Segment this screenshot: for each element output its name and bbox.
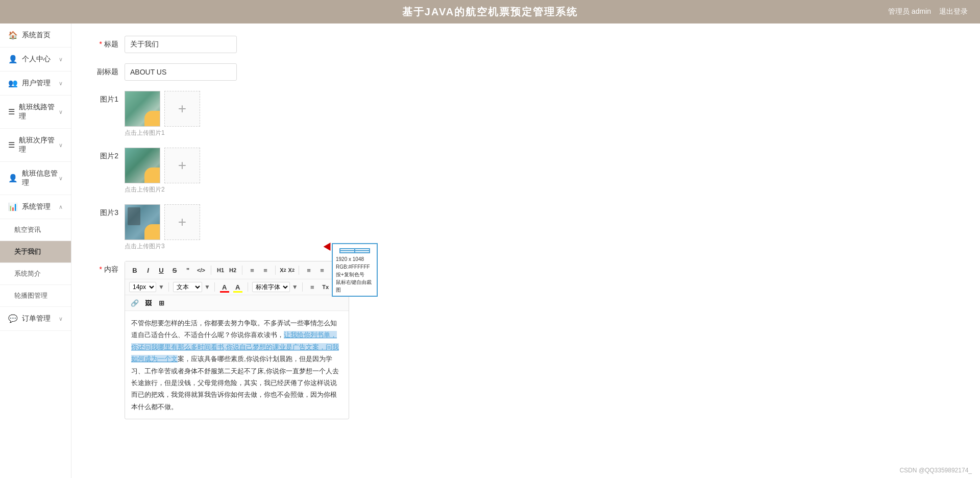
subtitle-input[interactable] [125, 63, 237, 81]
image2-hint: 点击上传图片2 [125, 185, 200, 194]
sidebar-profile-label: 个人中心 [22, 55, 51, 64]
sidebar-sub-aviation-news[interactable]: 航空资讯 [0, 219, 71, 241]
content-row: *内容 B I U S " </> H1 H2 ≡ ≡ [88, 261, 964, 419]
order-icon: 💬 [8, 314, 18, 323]
image2-upload-button[interactable]: + [164, 148, 200, 183]
title-input[interactable] [125, 36, 237, 53]
carousel-label: 轮播图管理 [14, 292, 47, 299]
italic-button[interactable]: I [142, 265, 154, 276]
subscript-button[interactable]: X2 [280, 265, 286, 276]
crosshair-icon [339, 248, 370, 253]
content-text-after: 案，应该具备哪些素质,你说你计划晨跑，但是因为学习、工作辛苦或者身体不舒服第二天… [131, 355, 339, 411]
toolbar-sep-7 [248, 282, 248, 292]
toolbar-sep-4 [299, 266, 299, 275]
sidebar-item-user-mgmt[interactable]: 👥 用户管理 ∨ [0, 71, 71, 95]
sidebar-item-flight-order[interactable]: ☰ 航班次序管理 ∨ [0, 129, 71, 162]
text-type-arrow: ▼ [204, 283, 210, 291]
color-picker-tooltip: 1920 x 1048 RGB:#FFFFFF 按+复制色号 鼠标右键自由裁图 [332, 243, 378, 297]
align-left-button[interactable]: ≡ [303, 265, 314, 276]
image1-hint: 点击上传图片1 [125, 129, 200, 137]
font-bg-a-button[interactable]: A [232, 281, 243, 293]
users-icon: 👥 [8, 79, 18, 88]
sidebar-item-order-mgmt[interactable]: 💬 订单管理 ∨ [0, 307, 71, 331]
image3-thumbnail [125, 205, 160, 240]
underline-button[interactable]: U [156, 265, 167, 276]
flight-order-icon: ☰ [8, 140, 15, 150]
chevron-down-icon: ∨ [59, 56, 63, 63]
profile-icon: 👤 [8, 55, 18, 64]
editor-toolbar-row1: B I U S " </> H1 H2 ≡ ≡ X2 X2 ≡ [125, 261, 349, 279]
chevron-down-icon-6: ∨ [59, 316, 63, 322]
layout: 🏠 系统首页 👤 个人中心 ∨ 👥 用户管理 ∨ ☰ 航班线路管理 ∨ [0, 23, 980, 478]
sidebar-item-sys-mgmt[interactable]: 📊 系统管理 ∧ [0, 195, 71, 219]
header: 基于JAVA的航空机票预定管理系统 管理员 admin 退出登录 [0, 0, 980, 23]
aviation-news-label: 航空资讯 [14, 226, 41, 233]
image3-upload-area: + 点击上传图片3 [125, 204, 200, 251]
list-ordered-button[interactable]: ≡ [260, 265, 271, 276]
route-icon: ☰ [8, 107, 15, 116]
image1-upload-button[interactable]: + [164, 91, 200, 127]
sidebar-item-route-mgmt[interactable]: ☰ 航班线路管理 ∨ [0, 95, 71, 129]
image2-thumbnail [125, 148, 160, 183]
superscript-button[interactable]: X2 [288, 265, 295, 276]
sidebar-flight-order-label: 航班次序管理 [19, 136, 59, 154]
link-button[interactable]: 🔗 [129, 297, 140, 308]
sidebar-sub-sys-intro[interactable]: 系统简介 [0, 263, 71, 285]
sidebar-home-label: 系统首页 [22, 31, 51, 40]
title-row: *标题 [88, 36, 964, 53]
image3-hint: 点击上传图片3 [125, 242, 200, 251]
table-insert-button[interactable]: ⊞ [156, 297, 167, 308]
title-label: *标题 [88, 36, 118, 49]
toolbar-sep-5 [168, 282, 169, 292]
strikethrough-button[interactable]: S [169, 265, 180, 276]
sidebar-route-label: 航班线路管理 [19, 103, 59, 121]
toolbar-sep-6 [214, 282, 215, 292]
image3-upload-controls: + [125, 204, 200, 240]
list-unordered-button[interactable]: ≡ [247, 265, 258, 276]
font-family-select[interactable]: 标准字体 宋体 [252, 282, 290, 292]
sidebar-item-profile[interactable]: 👤 个人中心 ∨ [0, 47, 71, 71]
image3-preview [125, 204, 160, 240]
font-color-a-button[interactable]: A [219, 281, 230, 293]
required-marker: * [100, 40, 102, 48]
editor-content-area[interactable]: 不管你想要怎样的生活，你都要去努力争取。不多弄试一些事情怎么知道自己适合什么、不… [125, 311, 349, 419]
image2-row: 图片2 + 点击上传图片2 [88, 148, 964, 194]
align-center-button[interactable]: ≡ [307, 281, 318, 293]
image2-upload-area: + 点击上传图片2 [125, 148, 200, 194]
sidebar-sub-carousel[interactable]: 轮播图管理 [0, 285, 71, 307]
logout-button[interactable]: 退出登录 [939, 7, 968, 16]
sidebar-flight-info-label: 航班信息管理 [22, 169, 59, 187]
code-button[interactable]: </> [195, 265, 207, 276]
rich-text-editor: B I U S " </> H1 H2 ≡ ≡ X2 X2 ≡ [125, 261, 349, 419]
main-content: *标题 副标题 图片1 + 点击上传图片1 [71, 23, 980, 478]
sidebar-item-home[interactable]: 🏠 系统首页 [0, 23, 71, 47]
h1-button[interactable]: H1 [215, 265, 226, 276]
toolbar-sep-1 [211, 266, 211, 275]
image3-label: 图片3 [88, 204, 118, 218]
subtitle-row: 副标题 [88, 63, 964, 81]
align-right-button[interactable]: ≡ [316, 265, 328, 276]
image1-upload-area: + 点击上传图片1 [125, 91, 200, 137]
quote-button[interactable]: " [182, 265, 193, 276]
footer-watermark: CSDN @QQ3359892174_ [899, 467, 972, 474]
clear-format-button[interactable]: Tx [320, 281, 331, 293]
h2-button[interactable]: H2 [228, 265, 238, 276]
text-type-select[interactable]: 文本 标题1 [173, 282, 202, 292]
sidebar-sys-mgmt-label: 系统管理 [22, 202, 51, 211]
content-label: *内容 [88, 261, 118, 274]
bold-button[interactable]: B [129, 265, 140, 276]
sys-intro-label: 系统简介 [14, 270, 41, 277]
toolbar-sep-3 [275, 266, 276, 275]
sidebar-sub-about-us[interactable]: 关于我们 [0, 241, 71, 263]
font-size-select[interactable]: 14px 12px 16px 18px [129, 282, 156, 292]
tooltip-size: 1920 x 1048 RGB:#FFFFFF 按+复制色号 鼠标右键自由裁图 [335, 255, 375, 294]
image-insert-button[interactable]: 🖼 [142, 297, 154, 308]
image3-upload-button[interactable]: + [164, 204, 200, 240]
image1-preview [125, 91, 160, 127]
sidebar-user-label: 用户管理 [22, 79, 51, 88]
header-title: 基于JAVA的航空机票预定管理系统 [402, 5, 578, 19]
sidebar-item-flight-info[interactable]: 👤 航班信息管理 ∨ [0, 162, 71, 195]
about-us-label: 关于我们 [14, 248, 41, 255]
chevron-down-icon-2: ∨ [59, 80, 63, 87]
image2-label: 图片2 [88, 148, 118, 161]
